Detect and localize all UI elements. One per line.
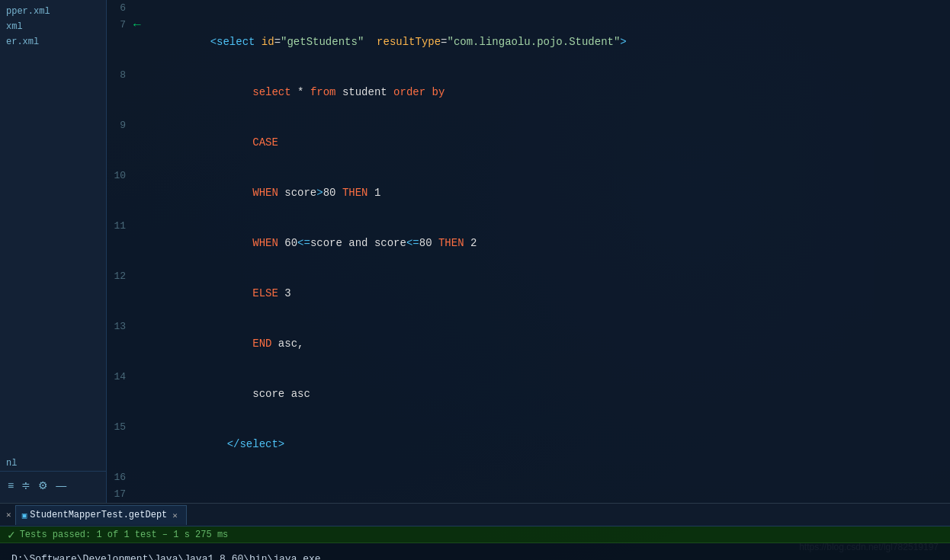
line-number-11: 11 — [107, 218, 133, 235]
editor-section: pper.xml xml er.xml nl ≡ ≑ ⚙ — 6 7 ← — [0, 0, 950, 504]
code-line-16: 16 — [107, 469, 950, 486]
code-line-8: 8 select * from student order by — [107, 67, 950, 117]
line-content-10: WHEN score>80 THEN 1 — [133, 168, 950, 218]
line-content-13: END asc, — [133, 318, 950, 369]
status-text: Tests passed: 1 of 1 test – 1 s 275 ms — [20, 530, 229, 540]
console-path-line: D:\Software\Development\Java\Java1.8.60\… — [11, 551, 939, 560]
tab-close-icon[interactable]: ✕ — [170, 510, 180, 520]
tab-label: StudentMapperTest.getDept — [30, 510, 167, 520]
code-line-6: 6 — [107, 0, 950, 17]
main-container: pper.xml xml er.xml nl ≡ ≑ ⚙ — 6 7 ← — [0, 0, 950, 560]
sidebar-item-4[interactable]: nl — [0, 456, 106, 471]
line-number-6: 6 — [107, 0, 133, 17]
line-number-13: 13 — [107, 318, 133, 335]
code-line-9: 9 CASE — [107, 117, 950, 168]
check-icon: ✓ — [8, 527, 15, 542]
left-close-button[interactable]: ✕ — [4, 510, 14, 520]
code-line-7: 7 ← <select id="getStudents" resultType=… — [107, 17, 950, 67]
console-section: D:\Software\Development\Java\Java1.8.60\… — [0, 543, 950, 560]
line-content-11: WHEN 60<=score and score<=80 THEN 2 — [133, 218, 950, 268]
line-number-12: 12 — [107, 268, 133, 285]
sidebar-item-1[interactable]: pper.xml — [0, 4, 106, 19]
code-line-15: 15 </select> — [107, 419, 950, 469]
line-content-12: ELSE 3 — [133, 268, 950, 318]
code-line-10: 10 WHEN score>80 THEN 1 — [107, 168, 950, 218]
settings-icon[interactable]: ⚙ — [37, 478, 50, 493]
line-number-17: 17 — [107, 486, 133, 503]
code-line-13: 13 END asc, — [107, 318, 950, 369]
align-left-icon[interactable]: ≡ — [6, 478, 15, 493]
align-center-icon[interactable]: ≑ — [20, 478, 32, 493]
line-number-10: 10 — [107, 168, 133, 184]
line-content-8: select * from student order by — [133, 67, 950, 117]
sidebar-icons-bar: ≡ ≑ ⚙ — — [0, 471, 106, 499]
line-number-7: 7 — [107, 17, 133, 34]
line-number-9: 9 — [107, 117, 133, 134]
tab-student-mapper-test[interactable]: ▣ StudentMapperTest.getDept ✕ — [15, 505, 187, 525]
line-number-16: 16 — [107, 469, 133, 486]
code-line-17: 17 — [107, 486, 950, 503]
line-number-8: 8 — [107, 67, 133, 84]
line-content-9: CASE — [133, 117, 950, 168]
line-number-15: 15 — [107, 419, 133, 436]
line-content-15: </select> — [133, 419, 950, 469]
sidebar-spacer — [0, 50, 106, 456]
tabs-bar: ✕ ▣ StudentMapperTest.getDept ✕ — [0, 504, 950, 526]
status-bar: ✓ Tests passed: 1 of 1 test – 1 s 275 ms — [0, 526, 950, 543]
code-area: 6 7 ← <select id="getStudents" resultTyp… — [107, 0, 950, 503]
line-content-14: score asc — [133, 369, 950, 419]
line-number-14: 14 — [107, 369, 133, 386]
sidebar-item-3[interactable]: er.xml — [0, 34, 106, 50]
sidebar-item-2[interactable]: xml — [0, 19, 106, 34]
sidebar: pper.xml xml er.xml nl ≡ ≑ ⚙ — — [0, 0, 107, 503]
code-line-14: 14 score asc — [107, 369, 950, 419]
minus-icon[interactable]: — — [54, 478, 68, 493]
code-line-11: 11 WHEN 60<=score and score<=80 THEN 2 — [107, 218, 950, 268]
arrow-indicator: ← — [133, 17, 141, 34]
line-content-7: <select id="getStudents" resultType="com… — [143, 17, 950, 67]
code-line-12: 12 ELSE 3 — [107, 268, 950, 318]
tab-icon: ▣ — [22, 510, 27, 520]
